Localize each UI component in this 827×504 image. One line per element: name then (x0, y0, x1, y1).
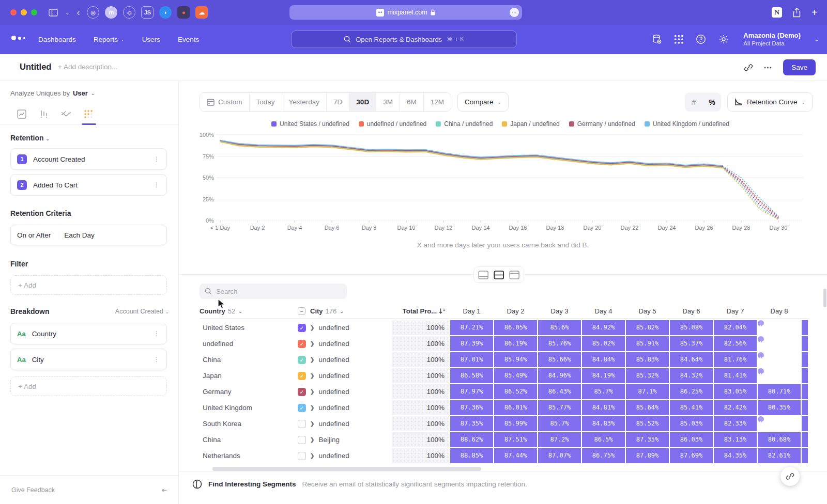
help-icon[interactable] (696, 34, 706, 44)
retention-cell[interactable]: 85.6% (538, 320, 581, 335)
retention-cell[interactable]: 88.85% (450, 448, 493, 463)
retention-cell[interactable]: 79.05% (758, 368, 764, 374)
expand-row-icon[interactable]: ❯ (310, 357, 314, 363)
layout-split-panel-icon-active[interactable] (492, 269, 506, 281)
retention-cell[interactable]: 86.52% (494, 384, 537, 399)
criteria-each-day[interactable]: Each Day (64, 231, 95, 239)
retention-cell[interactable]: 84.96% (538, 368, 581, 383)
retention-cell[interactable]: 85.49% (494, 368, 537, 383)
retention-cell[interactable]: 85.66% (538, 352, 581, 367)
retention-cell[interactable]: 87.51% (494, 432, 537, 447)
retention-cell[interactable]: 87.89% (626, 448, 669, 463)
settings-gear-icon[interactable] (718, 34, 729, 44)
nav-item-events[interactable]: Events (178, 36, 199, 43)
retention-cell[interactable]: 85.99% (494, 416, 537, 431)
bird-icon[interactable]: ◗ (159, 6, 172, 19)
mixpanel-logo[interactable] (11, 36, 25, 40)
row-checkbox[interactable]: ✓ (298, 388, 306, 396)
layout-top-panel-icon[interactable] (508, 269, 521, 281)
row-checkbox[interactable] (298, 436, 306, 444)
retention-cell[interactable]: 85.64% (626, 400, 669, 415)
retention-step-1[interactable]: 1 Account Created ⋮ (10, 148, 167, 170)
m-avatar-icon[interactable]: m (105, 6, 117, 19)
retention-cell[interactable]: 80.35% (758, 400, 801, 415)
breakdown-options-icon[interactable]: ⋮ (154, 330, 160, 337)
nav-item-users[interactable]: Users (142, 36, 160, 43)
tab-flows[interactable] (59, 107, 73, 121)
breakdown-city[interactable]: Aa City ⋮ (10, 349, 167, 370)
row-checkbox[interactable]: ✓ (298, 372, 306, 380)
date-range-7d[interactable]: 7D (327, 93, 349, 111)
column-day-5[interactable]: Day 5 (625, 304, 669, 318)
share-link-floating-button[interactable] (780, 467, 800, 486)
retention-cell[interactable]: 84.19% (582, 368, 625, 383)
back-icon[interactable]: ‹ (76, 7, 80, 18)
date-range-12m[interactable]: 12M (424, 93, 451, 111)
legend-item[interactable]: undefined / undefined (359, 120, 426, 128)
retention-cell[interactable]: 85.91% (626, 336, 669, 351)
column-day-1[interactable]: Day 1 (450, 304, 494, 318)
column-day-8[interactable]: Day 8 (757, 304, 801, 318)
add-breakdown-button[interactable]: + Add (10, 376, 167, 396)
row-checkbox[interactable] (298, 452, 306, 460)
retention-cell[interactable]: 83.05% (714, 384, 757, 399)
retention-cell[interactable]: 87.01% (450, 352, 493, 367)
retention-cell[interactable]: 80.68% (758, 432, 801, 447)
zoom-window-button[interactable] (31, 9, 37, 15)
column-total[interactable]: Total Pro... (392, 304, 450, 318)
date-range-30d[interactable]: 30D (349, 93, 376, 111)
nav-item-dashboards[interactable]: Dashboards (38, 36, 76, 43)
retention-cell[interactable]: 86.5% (582, 432, 625, 447)
retention-cell[interactable]: 85.52% (626, 416, 669, 431)
table-search-input[interactable] (216, 288, 335, 295)
column-day-2[interactable]: Day 2 (494, 304, 538, 318)
retention-cell[interactable]: 82.04% (714, 320, 757, 335)
breakdown-country[interactable]: Aa Country ⋮ (10, 323, 167, 344)
select-all-checkbox-indeterminate[interactable]: – (298, 307, 305, 315)
retention-cell[interactable]: 79.49% (758, 320, 764, 326)
retention-cell[interactable]: 84.83% (582, 416, 625, 431)
retention-cell[interactable]: 81.41% (714, 368, 757, 383)
tab-insights[interactable] (14, 107, 29, 121)
horizontal-scrollbar[interactable] (212, 467, 481, 471)
row-checkbox[interactable]: ✓ (298, 404, 306, 412)
analyze-value-dropdown[interactable]: User (73, 89, 88, 97)
legend-item[interactable]: United States / undefined (271, 120, 349, 128)
legend-item[interactable]: Germany / undefined (569, 120, 635, 128)
add-description-field[interactable]: + Add description... (58, 63, 117, 71)
step-options-icon[interactable]: ⋮ (154, 181, 160, 188)
retention-cell[interactable]: 84.32% (670, 368, 713, 383)
retention-cell[interactable]: 84.81% (582, 400, 625, 415)
notion-extension-icon[interactable]: N (772, 7, 782, 18)
retention-cell[interactable]: 85.32% (626, 368, 669, 383)
copy-link-icon[interactable] (744, 63, 753, 72)
retention-cell[interactable]: 85.7% (582, 384, 625, 399)
retention-cell[interactable]: 85.82% (626, 320, 669, 335)
retention-cell[interactable]: 84.92% (582, 320, 625, 335)
vertical-scrollbar[interactable] (823, 289, 826, 307)
nav-item-reports[interactable]: Reports⌄ (94, 36, 125, 43)
retention-cell[interactable]: 82.42% (714, 400, 757, 415)
retention-cell[interactable]: 87.69% (670, 448, 713, 463)
retention-cell[interactable]: 85.37% (670, 336, 713, 351)
retention-cell[interactable]: 86.58% (450, 368, 493, 383)
add-filter-button[interactable]: + Add (10, 275, 167, 295)
expand-row-icon[interactable]: ❯ (310, 421, 314, 427)
expand-row-icon[interactable]: ❯ (310, 341, 314, 346)
data-management-icon[interactable] (652, 34, 662, 44)
retention-cell[interactable]: 78.87% (758, 352, 764, 358)
retention-cell[interactable]: 85.94% (494, 352, 537, 367)
retention-cell[interactable]: 86.05% (494, 320, 537, 335)
date-range-today[interactable]: Today (250, 93, 282, 111)
layout-bottom-panel-icon[interactable] (477, 269, 490, 281)
retention-cell[interactable]: 82.56% (714, 336, 757, 351)
expand-row-icon[interactable]: ❯ (310, 325, 314, 330)
retention-cell[interactable]: 85.03% (670, 416, 713, 431)
compare-button[interactable]: Compare⌄ (457, 92, 509, 112)
retention-section-label[interactable]: Retention⌄ (10, 134, 50, 142)
retention-cell[interactable]: 87.35% (450, 416, 493, 431)
column-day-3[interactable]: Day 3 (538, 304, 581, 318)
more-options-button[interactable]: ⋯ (763, 62, 773, 72)
column-day-6[interactable]: Day 6 (669, 304, 713, 318)
row-checkbox[interactable]: ✓ (298, 324, 306, 332)
